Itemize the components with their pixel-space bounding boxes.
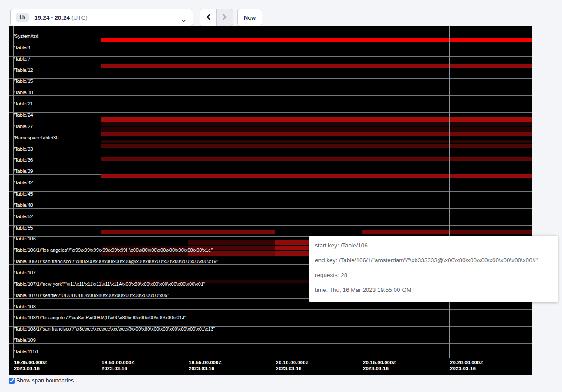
now-button[interactable]: Now	[237, 9, 262, 26]
span-boundary-line	[9, 51, 532, 51]
heat-band	[101, 144, 532, 148]
span-key-label: /NamespaceTable/30	[14, 135, 58, 140]
key-visualizer-canvas[interactable]: /System/tsd/Table/4/Table/7/Table/12/Tab…	[9, 26, 532, 375]
span-boundary-line	[9, 163, 532, 163]
key-visualizer-page: 1h 19:24 - 20:24(UTC) Now /System/tsd/Ta…	[0, 0, 562, 392]
time-axis-label: 19:55:00.000Z2023-03-16	[189, 359, 221, 372]
time-gridline	[188, 26, 188, 358]
heat-band	[101, 38, 532, 42]
span-key-label: /Table/15	[14, 78, 33, 84]
tooltip-line: start key: /Table/106	[315, 238, 552, 253]
prev-interval-button[interactable]	[200, 9, 217, 26]
time-gridline	[362, 26, 362, 358]
chevron-down-icon	[181, 17, 186, 24]
chevron-left-icon	[206, 14, 211, 22]
span-key-label: /Table/42	[14, 180, 33, 185]
span-boundary-line	[9, 45, 532, 45]
span-boundary-line	[9, 309, 532, 310]
chevron-right-icon	[222, 14, 227, 22]
span-boundary-line	[9, 28, 532, 28]
heat-band	[101, 117, 532, 122]
time-axis-date: 2023-03-16	[14, 365, 47, 372]
time-axis-time: 20:15:00.000Z	[363, 359, 396, 365]
time-axis-date: 2023-03-16	[189, 365, 221, 372]
span-key-label: /Table/39	[14, 169, 33, 174]
span-boundary-line	[9, 112, 532, 113]
hover-tooltip: start key: /Table/106end key: /Table/106…	[309, 236, 558, 302]
time-gridline	[449, 26, 450, 358]
span-boundary-line	[9, 225, 532, 226]
time-range-text: 19:24 - 20:24(UTC)	[34, 14, 88, 21]
span-key-label: /Table/107/1/"new york"/"\x11\x11\x11\x1…	[14, 281, 205, 287]
span-key-label: /Table/108/1/"los angeles"/"\xa8\xf5\u00…	[14, 315, 186, 320]
span-key-label: /Table/52	[14, 214, 33, 219]
span-boundary-line	[9, 78, 532, 79]
time-axis-date: 2023-03-16	[276, 365, 308, 372]
span-key-label: /Table/33	[14, 146, 33, 152]
time-axis-label: 19:50:00.000Z2023-03-16	[102, 359, 134, 372]
time-axis-label: 20:15:00.000Z2023-03-16	[363, 359, 396, 372]
span-boundary-line	[9, 220, 532, 220]
span-boundary-line	[9, 343, 532, 344]
span-key-label: /Table/55	[14, 225, 33, 230]
time-range-preset-badge: 1h	[16, 13, 29, 22]
time-axis-label: 20:10:00.000Z2023-03-16	[276, 359, 308, 372]
span-key-label: /Table/12	[14, 68, 33, 73]
heat-band	[449, 230, 532, 234]
span-key-label: /Table/48	[14, 203, 33, 208]
span-boundary-line	[9, 107, 532, 107]
time-gridline	[275, 26, 275, 358]
span-key-label: /Table/106/1/"san francisco"/"\x80\x00\x…	[14, 259, 218, 264]
span-boundary-line	[9, 349, 532, 349]
show-span-boundaries-label: Show span boundaries	[16, 377, 74, 384]
span-boundary-line	[9, 304, 532, 304]
show-span-boundaries-control: Show span boundaries	[9, 377, 74, 384]
span-key-label: /Table/108/1/"san francisco"/"\x8c\xcc\x…	[14, 326, 215, 331]
time-axis-time: 19:45:00.000Z	[14, 359, 47, 365]
span-boundary-line	[9, 355, 532, 355]
span-key-label: /Table/108	[14, 304, 36, 309]
span-key-label: /Table/107	[14, 270, 36, 275]
span-key-label: /Table/107/1/"seattle"/"UUUUUUD\x00\x80\…	[14, 293, 169, 298]
span-boundary-line	[9, 62, 532, 62]
span-key-label: /Table/4	[14, 45, 30, 50]
span-boundary-line	[9, 101, 532, 101]
time-axis-label: 20:20:00.000Z2023-03-16	[450, 359, 483, 372]
tooltip-line: end key: /Table/106/1/"amsterdam"/"\xb33…	[315, 253, 552, 268]
tooltip-line: requests: 28	[315, 268, 552, 283]
span-boundary-line	[9, 191, 532, 192]
span-boundary-line	[9, 73, 532, 73]
tooltip-line: time: Thu, 16 Mar 2023 19:55:00 GMT	[315, 283, 552, 297]
span-key-label: /Table/111/1	[14, 349, 39, 354]
span-boundary-line	[9, 169, 532, 169]
span-key-label: /Table/7	[14, 56, 30, 61]
span-boundary-line	[9, 84, 532, 84]
span-key-label: /Table/106	[14, 236, 36, 241]
span-key-label: /Table/109	[14, 338, 36, 343]
time-range-timezone: (UTC)	[71, 14, 88, 21]
span-boundary-line	[9, 152, 532, 152]
span-key-label: /Table/18	[14, 90, 33, 95]
time-range-select[interactable]: 1h 19:24 - 20:24(UTC)	[10, 9, 193, 26]
heat-band	[101, 132, 532, 136]
span-key-label: /Table/24	[14, 112, 33, 118]
span-boundary-line	[9, 338, 532, 338]
heat-band	[101, 122, 532, 126]
span-boundary-line	[9, 203, 532, 203]
time-axis-time: 19:50:00.000Z	[102, 359, 134, 365]
span-boundary-line	[9, 208, 532, 209]
time-axis-date: 2023-03-16	[102, 365, 134, 372]
heat-band	[101, 174, 532, 178]
span-key-label: /Table/36	[14, 157, 33, 162]
time-axis-time: 20:10:00.000Z	[276, 359, 308, 365]
time-nav-group	[200, 9, 233, 26]
span-boundary-line	[9, 321, 532, 321]
span-key-label: /Table/106/1/"los angeles"/"\x99\x99\x99…	[14, 247, 213, 253]
span-boundary-line	[9, 180, 532, 180]
span-boundary-line	[9, 197, 532, 197]
show-span-boundaries-checkbox[interactable]	[9, 378, 15, 384]
span-key-label: /Table/21	[14, 101, 33, 106]
next-interval-button[interactable]	[216, 9, 233, 26]
heat-band	[362, 230, 449, 234]
span-key-label: /System/tsd	[14, 34, 38, 39]
